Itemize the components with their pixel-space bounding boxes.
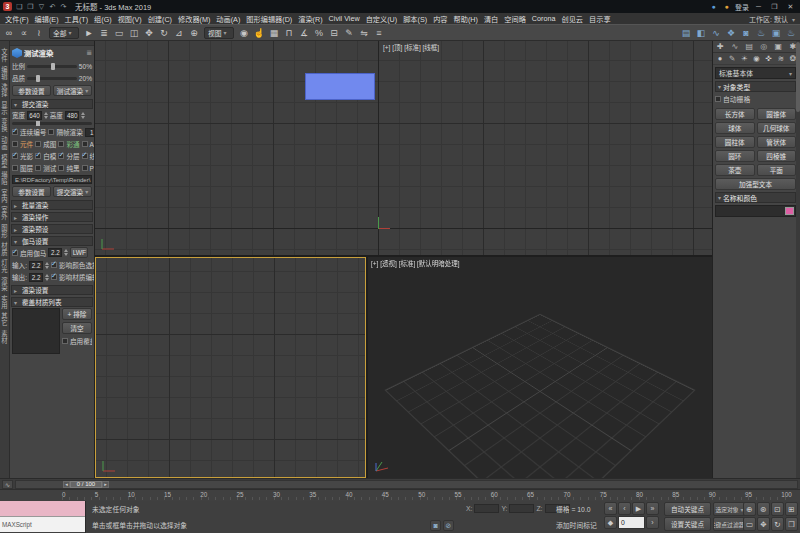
menu-item[interactable]: 修改器(M) <box>175 14 213 24</box>
community-icon[interactable]: ● <box>708 1 719 12</box>
select-and-rotate-icon[interactable]: ↻ <box>157 26 171 40</box>
sidebar-tab[interactable]: 变换 <box>0 117 9 134</box>
time-slider-label[interactable]: 0 / 100 <box>70 481 102 488</box>
sidebar-tab[interactable]: 灯光 <box>0 258 9 275</box>
option-checkbox[interactable] <box>58 153 64 159</box>
new-scene-icon[interactable]: ❏ <box>14 1 25 12</box>
sidebar-tab[interactable]: 渲染 <box>0 276 9 293</box>
hierarchy-tab[interactable]: ▤ <box>742 41 757 52</box>
width-field[interactable]: 640 <box>27 111 42 120</box>
menu-item[interactable]: 目示享 <box>586 14 614 24</box>
maxscript-mini-listener[interactable]: MAXScript <box>0 501 86 533</box>
select-object-icon[interactable]: ► <box>82 26 96 40</box>
primitive-button-wide[interactable]: 加强型文本 <box>715 178 796 190</box>
menu-item[interactable]: 编辑(E) <box>32 14 62 24</box>
listener-output-row[interactable] <box>0 501 85 517</box>
menu-item[interactable]: 脚本(S) <box>400 14 430 24</box>
unlink-selection-icon[interactable]: ∝ <box>17 26 31 40</box>
field-of-view-icon[interactable]: ▭ <box>743 517 756 531</box>
rendered-frame-window-icon[interactable]: ▣ <box>769 26 783 40</box>
height-spinner[interactable] <box>81 112 85 119</box>
notifications-icon[interactable]: ● <box>721 1 732 12</box>
viewport-perspective[interactable]: [+] [透视] [标准] [默认明暗处理] <box>368 257 712 478</box>
option-checkbox[interactable] <box>12 165 18 171</box>
selected-objects-dropdown[interactable]: 选定对象 <box>713 502 746 516</box>
space-warps-category[interactable]: ≋ <box>775 53 787 64</box>
primitive-button[interactable]: 圆环 <box>715 150 755 162</box>
coord-y-field[interactable] <box>509 504 534 513</box>
gamma-out-spinner[interactable] <box>45 274 49 281</box>
menu-item[interactable]: 自定义(U) <box>363 14 401 24</box>
window-crossing-toggle-icon[interactable]: ◫ <box>127 26 141 40</box>
render-production-icon[interactable]: ♨ <box>784 26 798 40</box>
menu-item[interactable]: Corona <box>529 14 559 23</box>
edit-named-selection-sets-icon[interactable]: ✎ <box>342 26 356 40</box>
quality-slider[interactable] <box>27 77 77 80</box>
menu-item[interactable]: 渲染(R) <box>295 14 325 24</box>
sequential-checkbox[interactable] <box>12 129 18 135</box>
time-step-forward-icon[interactable]: ▸ <box>102 481 109 488</box>
section-batch-render[interactable]: 批量渲染 <box>11 200 93 210</box>
minimize-button[interactable]: ─ <box>752 1 765 12</box>
gamma-in-field[interactable]: 2.2 <box>29 261 43 270</box>
option-checkbox[interactable] <box>35 153 41 159</box>
section-render-operations[interactable]: 渲染操作 <box>11 212 93 222</box>
pass-checkbox[interactable] <box>58 141 64 147</box>
timeline-ruler[interactable]: 0510152025303540455055606570758085909510… <box>0 489 800 501</box>
menu-item[interactable]: 创见云 <box>558 14 586 24</box>
modify-tab[interactable]: ∿ <box>728 41 743 52</box>
rectangular-selection-region-icon[interactable]: ▭ <box>112 26 126 40</box>
viewport-perspective-label[interactable]: [+] [透视] [标准] [默认明暗处理] <box>371 258 460 268</box>
play-animation-button[interactable]: ▶ <box>632 502 645 515</box>
cameras-category[interactable]: ◉ <box>750 53 762 64</box>
selection-lock-toggle-icon[interactable]: ⊘ <box>443 520 454 531</box>
enable-gamma-checkbox[interactable] <box>12 250 18 256</box>
section-gamma-settings[interactable]: 伽马设置 <box>11 236 93 246</box>
time-slider-handle[interactable]: ◂ 0 / 100 ▸ <box>63 481 109 488</box>
scrollbar-thumb[interactable] <box>796 42 800 112</box>
menu-item[interactable]: 文件(F) <box>2 14 32 24</box>
sidebar-tab[interactable]: 室内 <box>0 188 9 205</box>
viewport-top[interactable]: [+] [顶] [标准] [线框] <box>95 41 712 255</box>
submit-params-button[interactable]: 参数设置 <box>12 186 51 197</box>
auto-key-button[interactable]: 自动关键点 <box>664 502 711 516</box>
app-logo-icon[interactable]: 3 <box>3 2 12 11</box>
sidebar-tab[interactable]: 实用 <box>0 294 9 311</box>
geometry-category[interactable]: ● <box>714 53 726 64</box>
add-time-tag[interactable]: 添加时间标记 <box>556 520 597 530</box>
gamma-spinner[interactable] <box>64 249 68 256</box>
sidebar-tab[interactable]: 显示 <box>0 100 9 117</box>
undo-icon[interactable]: ↶ <box>47 1 58 12</box>
menu-item[interactable]: 工具(T) <box>62 14 92 24</box>
motion-tab[interactable]: ◎ <box>757 41 772 52</box>
key-filters-button[interactable]: 关键点过滤器... <box>713 517 746 531</box>
orbit-icon[interactable]: ↻ <box>771 517 784 531</box>
key-mode-toggle-button[interactable]: ◆ <box>604 516 617 529</box>
time-step-back-icon[interactable]: ◂ <box>63 481 70 488</box>
section-override-material[interactable]: 覆盖材质列表 <box>11 297 93 307</box>
pass-checkbox[interactable] <box>82 141 88 147</box>
menu-item[interactable]: 内容 <box>430 14 450 24</box>
workspace-dropdown[interactable]: 工作区: 默认 <box>749 14 795 24</box>
select-and-place-icon[interactable]: ⊕ <box>187 26 201 40</box>
params-settings-button[interactable]: 参数设置 <box>12 85 51 96</box>
align-icon[interactable]: ≡ <box>372 26 386 40</box>
mini-curve-editor-button[interactable]: ∿ <box>2 480 13 489</box>
lights-category[interactable]: ☀ <box>738 53 750 64</box>
gamma-out-field[interactable]: 2.2 <box>29 273 43 282</box>
menu-item[interactable]: 动画(A) <box>213 14 243 24</box>
output-path-field[interactable]: E:\RDFactory\Temp\Render\ <box>12 175 92 184</box>
menu-item[interactable]: 视图(V) <box>115 14 145 24</box>
close-button[interactable]: ✕ <box>784 1 797 12</box>
render-setup-icon[interactable]: ♨ <box>754 26 768 40</box>
time-slider-track[interactable]: ◂ 0 / 100 ▸ <box>15 480 798 489</box>
primitive-button[interactable]: 几何球体 <box>757 122 797 134</box>
mirror-icon[interactable]: ⇋ <box>357 26 371 40</box>
panel-menu-icon[interactable]: ≣ <box>86 49 92 57</box>
current-frame-field[interactable]: 0 <box>618 516 645 529</box>
angle-snap-toggle-icon[interactable]: ∡ <box>297 26 311 40</box>
viewport-top-label[interactable]: [+] [顶] [标准] [线框] <box>383 42 439 52</box>
sign-in-link[interactable]: 登录 <box>735 2 749 12</box>
skip-frames-checkbox[interactable] <box>48 129 54 135</box>
toggle-layer-explorer-icon[interactable]: ▤ <box>679 26 693 40</box>
